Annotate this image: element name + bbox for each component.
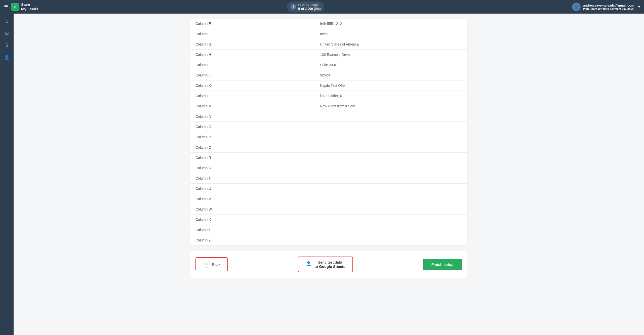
column-value: [315, 173, 467, 184]
column-label: Column W: [190, 204, 315, 215]
column-label: Column L: [190, 91, 315, 101]
column-label: Column I: [190, 60, 315, 70]
sidebar-item-billing[interactable]: $: [2, 40, 12, 50]
back-label: Back: [212, 262, 220, 267]
table-row: Column R: [190, 153, 467, 163]
table-row: Column S: [190, 163, 467, 173]
table-row: Column P: [190, 132, 467, 142]
column-label: Column J: [190, 70, 315, 80]
pencil-icon: ✎: [203, 261, 210, 268]
column-value: [315, 153, 467, 163]
column-value: [315, 225, 467, 235]
column-label: Column G: [190, 39, 315, 50]
column-label: Column Z: [190, 235, 315, 245]
column-value: 949-555-1212: [315, 19, 467, 29]
table-row: Column G United States of America: [190, 39, 467, 50]
column-value: [315, 163, 467, 173]
data-table-card: Column E 949-555-1212 Column F Irvine Co…: [190, 19, 467, 245]
logo-text: Save My Leads.: [21, 2, 39, 11]
column-value: [315, 132, 467, 142]
column-label: Column K: [190, 80, 315, 91]
table-row: Column Z: [190, 235, 467, 245]
sidebar-item-connections[interactable]: ⊞: [2, 28, 12, 38]
column-value: Suite 200G: [315, 60, 467, 70]
table-row: Column J 92620: [190, 70, 467, 80]
table-row: Column Y: [190, 225, 467, 235]
column-value: [315, 235, 467, 245]
sidebar-item-profile[interactable]: 👤: [2, 52, 12, 62]
column-label: Column O: [190, 122, 315, 132]
user-avatar: 👤: [572, 3, 581, 11]
table-row: Column O: [190, 122, 467, 132]
table-row: Column V: [190, 194, 467, 204]
table-row: Column U: [190, 184, 467, 194]
finish-setup-button[interactable]: Finish setup: [423, 259, 462, 270]
column-label: Column N: [190, 111, 315, 122]
column-label: Column Y: [190, 225, 315, 235]
leads-count: 5 of 2'000 (0%): [298, 7, 321, 11]
table-row: Column L kajabi_offer_0: [190, 91, 467, 101]
chevron-down-icon[interactable]: ▾: [638, 5, 640, 9]
table-row: Column I Suite 200G: [190, 60, 467, 70]
column-label: Column V: [190, 194, 315, 204]
column-value: [315, 204, 467, 215]
table-row: Column Q: [190, 142, 467, 153]
user-menu: 👤 andrewsavemyleads@gmail.com Plan |Star…: [572, 3, 640, 11]
send-label: Send test data to Google Sheets: [314, 260, 345, 269]
action-bar: ✎ Back Send test data to Google Sheets F…: [190, 250, 467, 278]
column-value: New client from Kajabi: [315, 101, 467, 111]
column-value: [315, 184, 467, 194]
table-row: Column N: [190, 111, 467, 122]
column-label: Column U: [190, 184, 315, 194]
sidebar: ⌂ ⊞ $ 👤: [0, 14, 14, 335]
user-info: andrewsavemyleads@gmail.com Plan |Start|…: [583, 4, 634, 10]
column-value: 92620: [315, 70, 467, 80]
upload-icon: [305, 260, 312, 268]
columns-table: Column E 949-555-1212 Column F Irvine Co…: [190, 19, 467, 245]
finish-label: Finish setup: [431, 262, 454, 267]
column-label: Column F: [190, 29, 315, 39]
column-value: [315, 142, 467, 153]
column-value: Kajabi Test Offer: [315, 80, 467, 91]
column-label: Column T: [190, 173, 315, 184]
send-label-line1: Send test data: [314, 260, 345, 264]
info-icon: i: [291, 4, 296, 10]
column-label: Column R: [190, 153, 315, 163]
column-label: Column E: [190, 19, 315, 29]
table-row: Column H 100 Example Drive: [190, 50, 467, 60]
column-value: 100 Example Drive: [315, 50, 467, 60]
table-row: Column F Irvine: [190, 29, 467, 39]
column-value: kajabi_offer_0: [315, 91, 467, 101]
navbar: ☰ ✓ Save My Leads. i LEADS usage: 5 of 2…: [0, 0, 644, 14]
back-button[interactable]: ✎ Back: [195, 257, 228, 271]
table-row: Column M New client from Kajabi: [190, 101, 467, 111]
column-value: [315, 111, 467, 122]
column-label: Column P: [190, 132, 315, 142]
send-label-line2: to Google Sheets: [314, 264, 345, 269]
hamburger-icon[interactable]: ☰: [4, 4, 8, 10]
main-content: Column E 949-555-1212 Column F Irvine Co…: [14, 14, 644, 335]
column-label: Column X: [190, 215, 315, 225]
user-email: andrewsavemyleads@gmail.com: [583, 4, 634, 7]
leads-label: LEADS usage:: [298, 3, 321, 7]
column-value: [315, 122, 467, 132]
leads-usage-badge: i LEADS usage: 5 of 2'000 (0%): [287, 2, 324, 12]
main-layout: ⌂ ⊞ $ 👤 Column E 949-555-1212 Column F I…: [0, 14, 644, 335]
column-label: Column Q: [190, 142, 315, 153]
column-label: Column S: [190, 163, 315, 173]
table-row: Column X: [190, 215, 467, 225]
column-label: Column M: [190, 101, 315, 111]
sidebar-item-home[interactable]: ⌂: [2, 16, 12, 26]
table-row: Column E 949-555-1212: [190, 19, 467, 29]
column-value: [315, 194, 467, 204]
column-value: Irvine: [315, 29, 467, 39]
logo-icon: ✓: [11, 3, 19, 11]
send-test-data-button[interactable]: Send test data to Google Sheets: [298, 257, 353, 272]
logo: ✓ Save My Leads.: [11, 2, 39, 11]
table-row: Column T: [190, 173, 467, 184]
column-label: Column H: [190, 50, 315, 60]
user-plan: Plan |Start| left until payment 392 days: [583, 7, 634, 10]
table-row: Column W: [190, 204, 467, 215]
column-value: United States of America: [315, 39, 467, 50]
column-value: [315, 215, 467, 225]
